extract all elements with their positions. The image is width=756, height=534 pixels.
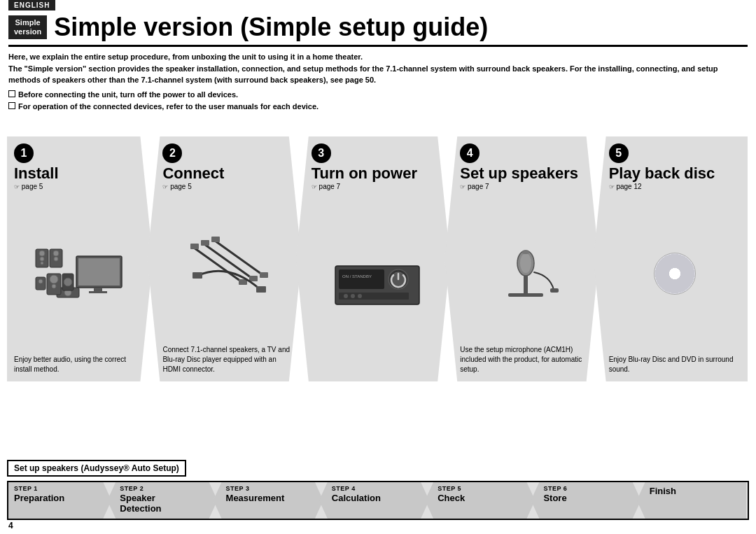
substep-5: STEP 5 Check bbox=[425, 482, 535, 519]
step-4-desc: Use the setup microphone (ACM1H) include… bbox=[460, 345, 592, 374]
svg-point-7 bbox=[41, 262, 43, 265]
svg-rect-27 bbox=[249, 276, 258, 281]
svg-point-10 bbox=[54, 257, 58, 261]
simple-badge: Simple version bbox=[8, 15, 47, 39]
svg-point-5 bbox=[39, 251, 45, 256]
subtitle-line1: Here, we explain the entire setup proced… bbox=[8, 51, 748, 63]
substep-5-label: Check bbox=[438, 493, 530, 504]
step-4-image bbox=[460, 195, 592, 342]
svg-point-17 bbox=[52, 284, 56, 288]
substep-1: STEP 1 Preparation bbox=[8, 482, 111, 519]
checkbox-icon-2 bbox=[8, 102, 15, 109]
svg-point-6 bbox=[40, 257, 44, 261]
step-2-desc: Connect 7.1-channel speakers, a TV and B… bbox=[162, 345, 294, 374]
step-2-title: Connect bbox=[162, 164, 294, 182]
step-1-page: ☞ page 5 bbox=[14, 183, 146, 190]
steps-container: 1 Install ☞ page 5 bbox=[7, 136, 749, 381]
svg-rect-32 bbox=[339, 269, 384, 289]
svg-text:ON / STANDBY: ON / STANDBY bbox=[342, 274, 372, 279]
step-1-number: 1 bbox=[14, 143, 34, 163]
svg-rect-28 bbox=[260, 272, 268, 278]
substep-2: STEP 2 SpeakerDetection bbox=[107, 482, 217, 519]
substep-5-number: STEP 5 bbox=[438, 485, 530, 492]
step-4-number: 4 bbox=[460, 143, 479, 163]
step-1-install: 1 Install ☞ page 5 bbox=[7, 136, 153, 381]
step-1-desc: Enjoy better audio, using the correct in… bbox=[14, 355, 146, 374]
svg-rect-23 bbox=[190, 244, 199, 249]
main-title: Simple version (Simple setup guide) bbox=[54, 13, 488, 42]
step-3-power: 3 Turn on power ☞ page 7 ON / STANDBY bbox=[296, 136, 450, 381]
note-block: Before connecting the unit, turn off the… bbox=[8, 89, 748, 113]
note-text-1: Before connecting the unit, turn off the… bbox=[18, 89, 238, 101]
step-4-title: Set up speakers bbox=[460, 164, 592, 182]
substep-2-label: SpeakerDetection bbox=[120, 493, 212, 514]
substep-2-number: STEP 2 bbox=[120, 485, 212, 492]
substep-6: STEP 6 Store bbox=[531, 482, 640, 519]
language-tab: ENGLISH bbox=[8, 0, 55, 10]
substep-6-label: Store bbox=[543, 493, 636, 504]
header-section: Simple version Simple version (Simple se… bbox=[8, 13, 748, 113]
step-1-title: Install bbox=[14, 164, 146, 182]
svg-rect-45 bbox=[550, 288, 559, 293]
svg-rect-25 bbox=[211, 237, 220, 242]
subtitle-line2: The "Simple version" section provides th… bbox=[8, 63, 748, 86]
step-5-image bbox=[609, 195, 741, 352]
step-2-number: 2 bbox=[162, 143, 182, 163]
svg-rect-2 bbox=[94, 288, 102, 291]
svg-point-9 bbox=[53, 251, 59, 256]
substep-3-label: Measurement bbox=[226, 493, 318, 504]
connect-image-svg bbox=[187, 234, 271, 304]
svg-rect-36 bbox=[339, 293, 409, 300]
svg-point-37 bbox=[344, 294, 348, 298]
substep-4: STEP 4 Calculation bbox=[319, 482, 429, 519]
step-5-playback: 5 Play back disc ☞ page 12 Enjoy Blu-ray… bbox=[594, 136, 748, 381]
step-5-number: 5 bbox=[609, 143, 629, 163]
note-item-2: For operation of the connected devices, … bbox=[8, 101, 748, 113]
title-row: Simple version Simple version (Simple se… bbox=[8, 13, 748, 47]
step-2-connect: 2 Connect ☞ page 5 Connect 7. bbox=[147, 136, 301, 381]
note-item-1: Before connecting the unit, turn off the… bbox=[8, 89, 748, 101]
step-3-number: 3 bbox=[312, 143, 331, 163]
svg-point-38 bbox=[351, 294, 355, 298]
step-2-image bbox=[162, 195, 294, 342]
svg-point-16 bbox=[50, 275, 58, 283]
step-3-page: ☞ page 7 bbox=[312, 183, 443, 190]
subtitle-block: Here, we explain the entire setup proced… bbox=[8, 51, 748, 86]
step-3-title: Turn on power bbox=[312, 164, 443, 182]
step-5-desc: Enjoy Blu-ray Disc and DVD in surround s… bbox=[609, 355, 741, 374]
step-2-page: ☞ page 5 bbox=[162, 183, 294, 190]
substep-3-number: STEP 3 bbox=[226, 485, 318, 492]
svg-rect-29 bbox=[192, 272, 202, 279]
svg-rect-1 bbox=[78, 258, 120, 286]
audyssey-title: Set up speakers (Audyssey® Auto Setup) bbox=[7, 460, 186, 477]
step-1-image bbox=[14, 195, 146, 352]
step-4-page: ☞ page 7 bbox=[460, 183, 592, 190]
svg-rect-3 bbox=[89, 291, 107, 293]
substep-7: Finish bbox=[637, 482, 746, 519]
svg-point-19 bbox=[64, 278, 72, 286]
substep-3: STEP 3 Measurement bbox=[214, 482, 323, 519]
install-image-svg bbox=[34, 235, 125, 312]
step-5-page: ☞ page 12 bbox=[609, 183, 741, 190]
svg-point-14 bbox=[38, 279, 43, 283]
setup-image-svg bbox=[487, 234, 564, 304]
disc-image bbox=[654, 253, 696, 295]
step-3-image: ON / STANDBY bbox=[312, 195, 443, 372]
svg-rect-30 bbox=[256, 286, 266, 293]
substep-7-label: Finish bbox=[650, 486, 742, 497]
svg-point-43 bbox=[520, 253, 531, 273]
power-image-svg: ON / STANDBY bbox=[332, 248, 423, 318]
note-text-2: For operation of the connected devices, … bbox=[18, 101, 318, 113]
substep-1-label: Preparation bbox=[14, 493, 106, 504]
svg-rect-44 bbox=[522, 251, 529, 254]
bottom-bar: Set up speakers (Audyssey® Auto Setup) S… bbox=[7, 460, 749, 520]
svg-rect-24 bbox=[201, 240, 209, 246]
substep-4-number: STEP 4 bbox=[332, 485, 424, 492]
step-5-title: Play back disc bbox=[609, 164, 741, 182]
step-4-setup: 4 Set up speakers ☞ page 7 Use the setup… bbox=[444, 136, 598, 381]
substep-4-label: Calculation bbox=[332, 493, 424, 504]
substep-6-number: STEP 6 bbox=[543, 485, 636, 492]
substep-1-number: STEP 1 bbox=[14, 485, 106, 492]
page-number: 4 bbox=[8, 521, 13, 531]
substeps-row: STEP 1 Preparation STEP 2 SpeakerDetecti… bbox=[7, 481, 749, 520]
